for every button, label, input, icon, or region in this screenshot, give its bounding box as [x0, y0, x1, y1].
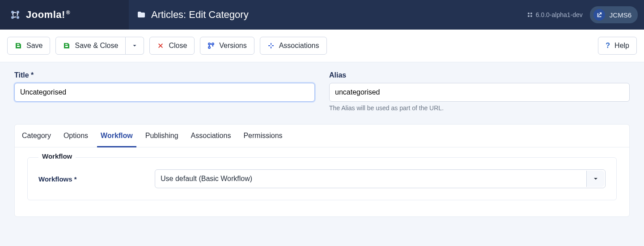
save-close-dropdown[interactable]: [126, 37, 144, 55]
required-mark: *: [31, 71, 34, 79]
svg-point-8: [208, 43, 210, 45]
alias-label: Alias: [329, 71, 630, 79]
required-mark: *: [74, 175, 77, 183]
tab-associations[interactable]: Associations: [191, 125, 231, 147]
tab-workflow[interactable]: Workflow: [101, 125, 133, 147]
folder-icon: [137, 10, 146, 19]
title-input[interactable]: [14, 83, 315, 102]
alias-input[interactable]: [329, 83, 630, 102]
save-close-label: Save & Close: [75, 42, 118, 50]
help-button[interactable]: ? Help: [598, 37, 637, 55]
alias-hint: The Alias will be used as part of the UR…: [329, 104, 630, 112]
workflow-fieldset: Workflow Workflows * Use default (Basic …: [27, 157, 617, 200]
tab-options[interactable]: Options: [64, 125, 88, 147]
branch-icon: [208, 42, 215, 49]
alias-field: Alias The Alias will be used as part of …: [329, 71, 630, 112]
versions-button[interactable]: Versions: [200, 37, 254, 55]
page-title: Articles: Edit Category: [151, 9, 249, 21]
version-badge[interactable]: 6.0.0-alpha1-dev: [527, 11, 583, 18]
save-button[interactable]: Save: [7, 37, 50, 55]
close-button[interactable]: Close: [149, 37, 195, 55]
close-label: Close: [169, 42, 187, 50]
title-label: Title *: [14, 71, 315, 79]
joomla-mini-icon: [527, 12, 533, 18]
workflow-panel: Workflow Workflows * Use default (Basic …: [15, 147, 629, 216]
save-close-button[interactable]: Save & Close: [55, 37, 126, 55]
brand[interactable]: Joomla!®: [0, 0, 129, 30]
top-header: Joomla!® Articles: Edit Category 6.0.0-a…: [0, 0, 644, 30]
workflow-row: Workflows * Use default (Basic Workflow): [38, 169, 606, 188]
associations-icon: [267, 42, 275, 49]
workflow-selected[interactable]: Use default (Basic Workflow): [155, 169, 606, 188]
svg-point-5: [530, 13, 532, 14]
title-field: Title *: [14, 71, 315, 112]
workflow-selected-label: Use default (Basic Workflow): [161, 175, 252, 183]
svg-point-7: [530, 15, 532, 17]
version-text: 6.0.0-alpha1-dev: [536, 11, 583, 18]
save-icon: [15, 42, 22, 49]
workflow-select[interactable]: Use default (Basic Workflow): [155, 169, 606, 188]
versions-label: Versions: [219, 42, 246, 50]
open-site-pill[interactable]: JCMS6: [590, 6, 638, 23]
associations-label: Associations: [279, 42, 319, 50]
tab-permissions[interactable]: Permissions: [243, 125, 282, 147]
toolbar: Save Save & Close Close: [0, 30, 644, 62]
save-icon: [63, 42, 70, 49]
chevron-down-icon[interactable]: [586, 171, 604, 187]
svg-point-9: [208, 47, 210, 48]
joomla-logo-icon: [9, 9, 21, 21]
help-label: Help: [614, 42, 629, 50]
workflows-label: Workflows *: [38, 175, 144, 183]
brand-name: Joomla!®: [26, 9, 70, 21]
external-link-icon: [593, 9, 605, 21]
close-icon: [157, 42, 164, 49]
workflow-legend: Workflow: [38, 152, 76, 160]
content: Title * Alias The Alias will be used as …: [0, 62, 644, 229]
tab-publishing[interactable]: Publishing: [145, 125, 178, 147]
tab-category[interactable]: Category: [22, 125, 51, 147]
tabs-card: Category Options Workflow Publishing Ass…: [14, 124, 630, 217]
tabs: Category Options Workflow Publishing Ass…: [15, 125, 629, 147]
title-alias-row: Title * Alias The Alias will be used as …: [14, 71, 630, 112]
svg-point-3: [17, 16, 19, 19]
chevron-down-icon: [131, 42, 138, 49]
site-label: JCMS6: [610, 11, 631, 19]
save-label: Save: [26, 42, 42, 50]
save-close-group: Save & Close: [55, 37, 144, 55]
header-right: 6.0.0-alpha1-dev JCMS6: [521, 0, 644, 30]
page-title-bar: Articles: Edit Category: [129, 0, 521, 30]
help-icon: ?: [606, 42, 610, 50]
associations-button[interactable]: Associations: [260, 37, 327, 55]
registered-mark: ®: [66, 9, 70, 16]
svg-point-6: [528, 15, 530, 17]
svg-point-4: [528, 13, 530, 14]
